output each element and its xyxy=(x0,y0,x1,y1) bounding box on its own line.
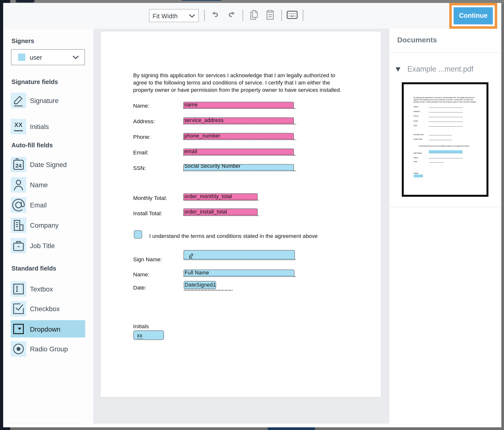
svg-text:24: 24 xyxy=(15,162,22,169)
